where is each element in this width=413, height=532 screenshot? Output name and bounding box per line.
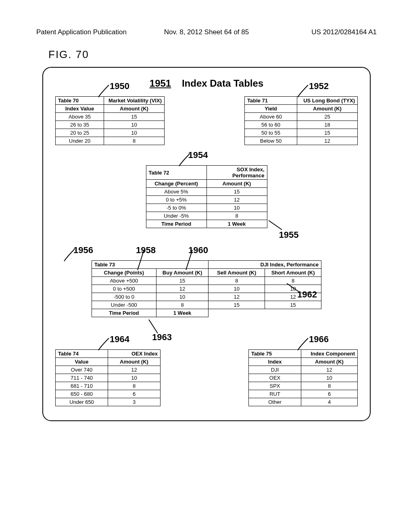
table-row: 56 to 6018 <box>245 121 358 129</box>
table-row: Above 3515 <box>56 113 165 121</box>
table-74: Table 74OEX Index ValueAmount (K) Over 7… <box>55 349 161 406</box>
row-table-73: 1956 1958 1960 Table 73DJI Index, Perfor… <box>55 260 358 317</box>
ref-1964: 1964 <box>110 334 129 345</box>
table-row: -5 to 0%10 <box>146 204 267 212</box>
row-tables-74-75: 1964 Table 74OEX Index ValueAmount (K) O… <box>55 349 358 406</box>
wrap-table-74: 1964 Table 74OEX Index ValueAmount (K) O… <box>55 349 161 406</box>
header-left: Patent Application Publication <box>36 28 150 36</box>
table-row: Over 74012 <box>56 366 161 374</box>
ref-1956: 1956 <box>73 245 93 256</box>
header-right: US 2012/0284164 A1 <box>263 28 377 36</box>
table-73: Table 73DJI Index, Performance Change (P… <box>92 260 321 317</box>
title-ref-num: 1951 <box>150 78 171 89</box>
table-row: 50 to 5515 <box>245 129 358 137</box>
figure-box: 1951 Index Data Tables 1950 Table 70Mark… <box>42 67 371 421</box>
ref-1966: 1966 <box>309 334 329 345</box>
table-row: OEX10 <box>249 374 358 382</box>
table-row: 0 to +5%12 <box>146 196 267 204</box>
page-header: Patent Application Publication Nov. 8, 2… <box>36 28 377 36</box>
table-70: Table 70Market Volatility (VIX) Index Va… <box>55 96 165 145</box>
table-row: Under 208 <box>56 137 165 145</box>
table-row: Above 6025 <box>245 113 358 121</box>
table-72: Table 72SOX Index, Performance Change (P… <box>146 165 267 228</box>
table-row: -500 to 0101212 <box>92 293 321 301</box>
ref-1950: 1950 <box>110 81 129 91</box>
table-row: Above +5001588 <box>92 277 321 285</box>
ref-1963: 1963 <box>152 332 172 343</box>
table-row-footer: Time Period1 Week <box>146 220 267 228</box>
table-row-footer: Time Period1 Week <box>92 309 321 317</box>
wrap-table-72: 1954 Table 72SOX Index, Performance Chan… <box>146 165 267 228</box>
ref-1962: 1962 <box>297 289 317 300</box>
table-row: 0 to +500121010 <box>92 285 321 293</box>
table-71: Table 71US Long Bond (TYX) YieldAmount (… <box>244 96 358 145</box>
wrap-table-75: 1966 Table 75Index Component IndexAmount… <box>248 349 358 406</box>
header-mid: Nov. 8, 2012 Sheet 64 of 85 <box>150 28 263 36</box>
wrap-table-70: 1950 Table 70Market Volatility (VIX) Ind… <box>55 96 165 145</box>
table-row: RUT6 <box>249 390 358 398</box>
table-row: Under 6503 <box>56 398 161 406</box>
figure-label: FIG. 70 <box>48 48 377 61</box>
row-tables-70-71: 1950 Table 70Market Volatility (VIX) Ind… <box>55 96 358 145</box>
table-row: Below 5012 <box>245 137 358 145</box>
ref-1960: 1960 <box>188 245 208 256</box>
ref-1952: 1952 <box>309 81 329 91</box>
table-row: Other4 <box>249 398 358 406</box>
table-row: SPX8 <box>249 382 358 390</box>
table-row: 711 - 74010 <box>56 374 161 382</box>
table-row: Under -5%8 <box>146 212 267 220</box>
wrap-table-71: 1952 Table 71US Long Bond (TYX) YieldAmo… <box>244 96 358 145</box>
title-text: Index Data Tables <box>182 78 263 89</box>
table-row: 26 to 3510 <box>56 121 165 129</box>
ref-1958: 1958 <box>136 245 156 256</box>
table-row: DJI12 <box>249 366 358 374</box>
table-row: 20 to 2510 <box>56 129 165 137</box>
table-row: 650 - 6806 <box>56 390 161 398</box>
patent-page: Patent Application Publication Nov. 8, 2… <box>0 0 413 445</box>
wrap-table-73: 1956 1958 1960 Table 73DJI Index, Perfor… <box>92 260 321 317</box>
ref-1955: 1955 <box>279 230 299 240</box>
table-row: 681 - 7108 <box>56 382 161 390</box>
table-75: Table 75Index Component IndexAmount (K) … <box>248 349 358 406</box>
table-row: Under -50081515 <box>92 301 321 309</box>
table-row: Above 5%15 <box>146 188 267 196</box>
ref-1954: 1954 <box>188 150 208 160</box>
row-table-72: 1954 Table 72SOX Index, Performance Chan… <box>55 165 358 228</box>
